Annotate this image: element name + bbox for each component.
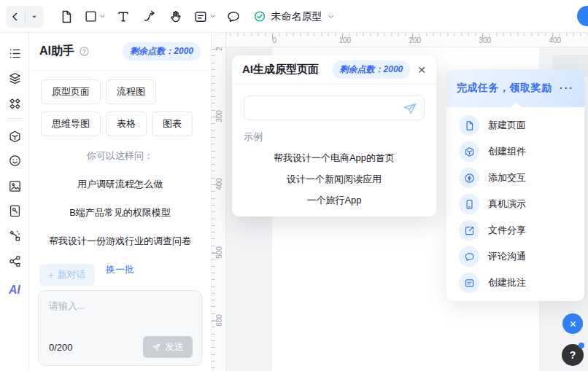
modal-title: AI生成原型页面	[242, 63, 319, 77]
emoji-library-button[interactable]	[4, 150, 25, 171]
task-file-share[interactable]: 文件分享	[446, 217, 584, 243]
back-icon	[9, 11, 21, 23]
component-3d-button[interactable]	[4, 126, 25, 147]
back-button-group	[6, 6, 44, 28]
comment-bubble-icon	[226, 9, 241, 24]
ruler-ticks	[226, 33, 588, 36]
comment-tool-button[interactable]	[223, 6, 244, 28]
connector-icon	[142, 9, 158, 24]
components-button[interactable]	[4, 93, 25, 114]
help-button[interactable]: ?	[562, 344, 584, 366]
char-counter: 0/200	[49, 342, 73, 353]
shape-tool-button[interactable]	[82, 6, 108, 28]
top-toolbar: 未命名原型	[0, 0, 588, 33]
ruler-label: 200	[215, 47, 223, 60]
components-grid-icon	[8, 97, 22, 111]
text-tool-icon	[116, 9, 131, 24]
pages-list-icon	[8, 47, 22, 60]
category-mindmap-button[interactable]: 思维导图	[41, 112, 101, 136]
send-plane-icon[interactable]	[402, 101, 418, 120]
new-page-button[interactable]	[55, 6, 77, 28]
task-label: 评论沟通	[488, 250, 526, 263]
document-title: 未命名原型	[271, 10, 322, 23]
help-circle-icon[interactable]	[79, 46, 90, 57]
more-icon[interactable]: ···	[560, 82, 574, 94]
task-label: 真机演示	[488, 198, 526, 211]
ruler-label: 300	[215, 102, 223, 131]
reward-task-list: 新建页面 创建组件 添加交互 真机演示	[446, 107, 584, 296]
hand-tool-button[interactable]	[165, 6, 187, 28]
points-badge: 剩余点数：2000	[333, 60, 411, 79]
category-flowchart-button[interactable]: 流程图	[106, 79, 156, 104]
reward-title: 完成任务，领取奖励	[457, 82, 552, 95]
text-tool-button[interactable]	[112, 6, 134, 28]
task-label: 文件分享	[488, 224, 526, 237]
new-chat-label: 新对话	[58, 268, 86, 281]
ruler-label: 100	[339, 36, 351, 44]
ask-hint: 你可以这样问：	[29, 149, 211, 163]
chat-input[interactable]	[49, 300, 191, 329]
new-chat-button[interactable]: + 新对话	[39, 264, 95, 286]
close-icon[interactable]: ✕	[417, 65, 426, 75]
dropdown-caret-icon	[209, 13, 216, 20]
suggestion-item[interactable]: 帮我设计一份游戏行业的调查问卷	[29, 235, 211, 248]
connector-tool-button[interactable]	[139, 6, 160, 28]
interaction-icon	[459, 168, 479, 188]
back-menu-button[interactable]	[26, 13, 45, 20]
horizontal-ruler: 0 100 200 300 400	[226, 33, 588, 47]
note-tool-button[interactable]	[191, 6, 218, 28]
suggestion-item[interactable]: 用户调研流程怎么做	[29, 178, 211, 191]
layers-button[interactable]	[4, 68, 25, 88]
task-device-preview[interactable]: 真机演示	[446, 191, 584, 217]
prompt-input[interactable]	[244, 96, 424, 120]
pages-list-button[interactable]	[4, 43, 25, 63]
shape-rect-icon	[84, 9, 98, 23]
ruler-label: 500	[215, 238, 223, 267]
device-icon	[459, 194, 479, 214]
ai-panel-button[interactable]: AI	[4, 280, 25, 300]
component-3d-icon	[8, 130, 22, 144]
vector-tool-button[interactable]	[4, 225, 25, 246]
task-create-component[interactable]: 创建组件	[446, 138, 584, 165]
image-library-button[interactable]	[4, 176, 25, 196]
modal-header: AI生成原型页面 剩余点数：2000 ✕	[232, 55, 436, 85]
flow-share-button[interactable]	[4, 251, 25, 271]
dropdown-caret-icon	[31, 13, 38, 20]
category-table-button[interactable]: 表格	[106, 112, 147, 136]
task-add-interaction[interactable]: 添加交互	[446, 165, 584, 191]
hand-tool-icon	[169, 9, 183, 24]
back-button[interactable]	[6, 11, 25, 23]
question-mark-icon: ?	[570, 349, 576, 361]
task-annotation[interactable]: 创建批注	[446, 270, 584, 296]
suggestion-item[interactable]: B端产品常见的权限模型	[29, 206, 211, 219]
examples-label: 示例	[244, 130, 425, 144]
chevron-down-icon	[328, 13, 335, 20]
share-nodes-icon	[8, 254, 22, 268]
task-new-page[interactable]: 新建页面	[446, 112, 584, 138]
user-avatar[interactable]	[577, 6, 588, 26]
ai-panel-title: AI助手	[39, 44, 74, 59]
ai-generate-modal: AI生成原型页面 剩余点数：2000 ✕ 示例 帮我设计一个电商App的首页 设…	[232, 55, 436, 216]
task-label: 新建页面	[488, 119, 526, 132]
example-item[interactable]: 一个旅行App	[232, 194, 436, 207]
ai-logo: AI	[9, 284, 20, 297]
ruler-label: 0	[272, 36, 276, 44]
ruler-corner	[212, 33, 226, 47]
comment-icon	[459, 246, 479, 267]
example-item[interactable]: 设计一个新闻阅读应用	[232, 173, 436, 186]
ruler-label: 600	[215, 306, 223, 335]
points-badge: 剩余点数：2000	[123, 42, 201, 60]
template-button[interactable]	[4, 200, 25, 221]
close-widget-button[interactable]	[562, 313, 583, 334]
example-item[interactable]: 帮我设计一个电商App的首页	[232, 152, 436, 165]
ai-assistant-panel: AI助手 剩余点数：2000 原型页面 流程图 思维导图 表格 图表 你可以这样…	[29, 33, 212, 371]
category-prototype-button[interactable]: 原型页面	[41, 79, 101, 104]
send-button[interactable]: 发送	[143, 336, 193, 358]
ruler-label: 400	[549, 36, 561, 44]
app-root: 未命名原型	[0, 0, 588, 371]
dropdown-caret-icon	[99, 13, 106, 20]
task-comment[interactable]: 评论沟通	[446, 243, 584, 270]
category-chart-button[interactable]: 图表	[152, 112, 193, 136]
document-title-menu[interactable]: 未命名原型	[254, 0, 335, 33]
page-icon	[459, 115, 479, 136]
